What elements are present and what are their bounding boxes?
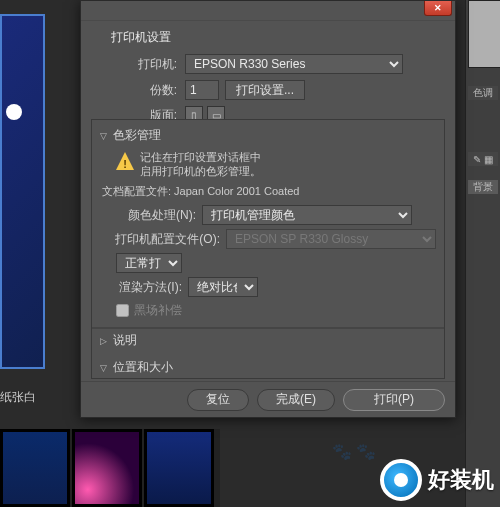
- print-dialog: ✕ 打印机设置 打印机: EPSON R330 Series 份数: 打印设置.…: [80, 0, 456, 418]
- copies-input[interactable]: [185, 80, 219, 100]
- filmstrip-thumbnails: [0, 429, 220, 507]
- print-settings-button[interactable]: 打印设置...: [225, 80, 305, 100]
- watermark-text: 好装机: [428, 465, 494, 495]
- printer-settings-title: 打印机设置: [111, 29, 445, 46]
- navigator-thumbnail: [468, 0, 500, 68]
- printer-label: 打印机:: [91, 56, 177, 73]
- thumb-1[interactable]: [0, 429, 70, 507]
- dialog-button-row: 复位 完成(E) 打印(P): [81, 381, 455, 417]
- watermark: 好装机: [380, 459, 494, 501]
- color-management-header[interactable]: ▽ 色彩管理: [100, 125, 436, 146]
- close-button[interactable]: ✕: [424, 1, 452, 16]
- position-size-label: 位置和大小: [113, 359, 173, 376]
- description-label: 说明: [113, 332, 137, 349]
- printer-select[interactable]: EPSON R330 Series: [185, 54, 403, 74]
- color-handling-select[interactable]: 打印机管理颜色: [202, 205, 412, 225]
- chevron-right-icon: ▷: [100, 336, 110, 346]
- thumb-2[interactable]: [72, 429, 142, 507]
- position-sublabel: 位置: [116, 378, 436, 379]
- settings-scroll-panel: ▽ 色彩管理 ! 记住在打印设置对话框中 启用打印机的色彩管理。 文档配置文件:…: [91, 119, 445, 379]
- print-mode-select[interactable]: 正常打印: [116, 253, 182, 273]
- chevron-down-icon: ▽: [100, 131, 110, 141]
- dialog-titlebar: ✕: [81, 1, 455, 21]
- reset-button[interactable]: 复位: [187, 389, 249, 411]
- copies-label: 份数:: [91, 82, 177, 99]
- position-size-header[interactable]: ▽ 位置和大小: [100, 357, 436, 378]
- color-management-label: 色彩管理: [113, 127, 161, 144]
- printer-profile-label: 打印机配置文件(O):: [100, 231, 220, 248]
- paper-white-label: 纸张白: [0, 389, 36, 406]
- chevron-down-icon: ▽: [100, 363, 110, 373]
- rendering-intent-label: 渲染方法(I):: [100, 279, 182, 296]
- black-point-label: 黑场补偿: [134, 302, 182, 319]
- watermark-paws-icon: 🐾🐾: [332, 442, 380, 461]
- black-point-checkbox: [116, 304, 129, 317]
- warning-icon: !: [116, 152, 134, 170]
- panel-icons-row[interactable]: ✎ ▦: [468, 152, 498, 166]
- warning-text: 记住在打印设置对话框中 启用打印机的色彩管理。: [140, 150, 261, 178]
- color-handling-label: 颜色处理(N):: [100, 207, 196, 224]
- thumb-3[interactable]: [144, 429, 214, 507]
- done-button[interactable]: 完成(E): [257, 389, 335, 411]
- printer-profile-select: EPSON SP R330 Glossy: [226, 229, 436, 249]
- description-header[interactable]: ▷ 说明: [92, 328, 444, 352]
- document-profile-text: 文档配置文件: Japan Color 2001 Coated: [102, 184, 436, 199]
- watermark-logo-icon: [380, 459, 422, 501]
- print-button[interactable]: 打印(P): [343, 389, 445, 411]
- panel-tab-background[interactable]: 背景: [468, 180, 498, 194]
- right-side-panel: 色调 ✎ ▦ 背景: [465, 0, 500, 507]
- print-preview-thumbnail: [0, 14, 45, 369]
- panel-tab-tone[interactable]: 色调: [468, 86, 498, 100]
- rendering-intent-select[interactable]: 绝对比色: [188, 277, 258, 297]
